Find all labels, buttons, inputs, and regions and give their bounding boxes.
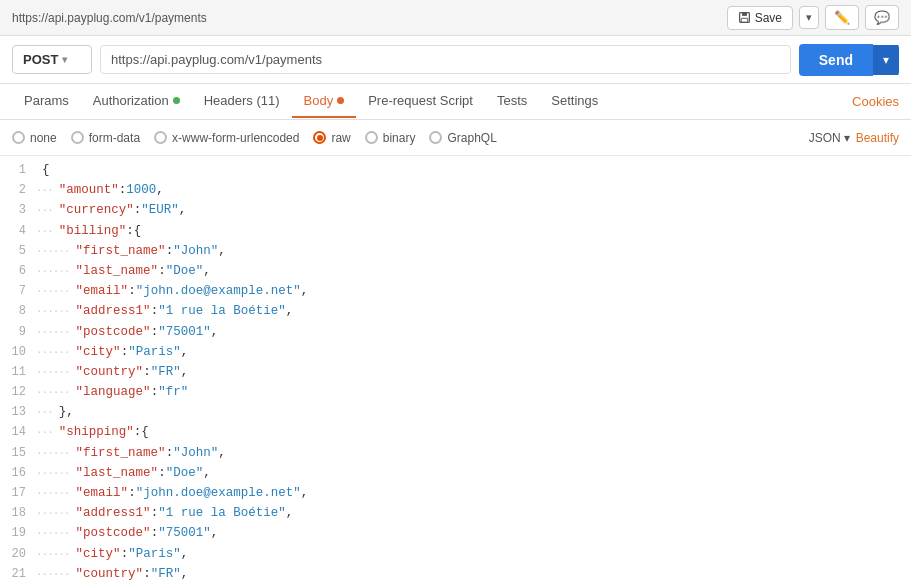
line-indent: ··· — [36, 402, 59, 422]
url-input[interactable] — [100, 45, 791, 74]
json-arrow-icon: ▾ — [844, 131, 850, 145]
line-text: "last_name":"Doe", — [76, 261, 911, 281]
line-indent: ······ — [36, 564, 76, 581]
line-text: "billing":{ — [59, 221, 911, 241]
line-number: 1 — [0, 160, 36, 180]
radio-form-data — [71, 131, 84, 144]
line-number: 5 — [0, 241, 36, 261]
code-line: 20······"city":"Paris", — [0, 544, 911, 564]
send-dropdown-button[interactable]: ▾ — [873, 45, 899, 75]
code-line: 8······"address1":"1 rue la Boétie", — [0, 301, 911, 321]
line-number: 8 — [0, 301, 36, 321]
send-button[interactable]: Send — [799, 44, 873, 76]
line-indent: ······ — [36, 342, 76, 362]
tab-settings[interactable]: Settings — [539, 85, 610, 118]
code-line: 3···"currency":"EUR", — [0, 200, 911, 220]
code-line: 14···"shipping":{ — [0, 422, 911, 442]
tab-authorization[interactable]: Authorization — [81, 85, 192, 118]
line-indent: ······ — [36, 301, 76, 321]
code-line: 19······"postcode":"75001", — [0, 523, 911, 543]
line-text: "last_name":"Doe", — [76, 463, 911, 483]
line-indent: ······ — [36, 503, 76, 523]
line-number: 4 — [0, 221, 36, 241]
line-indent: ··· — [36, 180, 59, 200]
code-editor[interactable]: 1{2···"amount":1000,3···"currency":"EUR"… — [0, 156, 911, 581]
radio-urlencoded — [154, 131, 167, 144]
line-number: 9 — [0, 322, 36, 342]
code-line: 21······"country":"FR", — [0, 564, 911, 581]
format-options: none form-data x-www-form-urlencoded raw… — [12, 131, 497, 145]
method-label: POST — [23, 52, 58, 67]
line-number: 3 — [0, 200, 36, 220]
format-raw[interactable]: raw — [313, 131, 350, 145]
title-bar-url: https://api.payplug.com/v1/payments — [12, 11, 207, 25]
line-indent: ······ — [36, 544, 76, 564]
line-indent: ······ — [36, 483, 76, 503]
save-icon — [738, 11, 751, 24]
code-line: 4···"billing":{ — [0, 221, 911, 241]
line-number: 7 — [0, 281, 36, 301]
line-text: "email":"john.doe@example.net", — [76, 281, 911, 301]
line-indent: ······ — [36, 443, 76, 463]
code-line: 6······"last_name":"Doe", — [0, 261, 911, 281]
line-number: 6 — [0, 261, 36, 281]
beautify-button[interactable]: Beautify — [856, 131, 899, 145]
code-line: 15······"first_name":"John", — [0, 443, 911, 463]
line-text: "amount":1000, — [59, 180, 911, 200]
tab-tests[interactable]: Tests — [485, 85, 539, 118]
tabs-left: Params Authorization Headers (11) Body P… — [12, 85, 610, 118]
line-indent: ······ — [36, 261, 76, 281]
radio-binary — [365, 131, 378, 144]
title-bar-actions: Save ▾ ✏️ 💬 — [727, 5, 899, 30]
line-text: "city":"Paris", — [76, 342, 911, 362]
comment-button[interactable]: 💬 — [865, 5, 899, 30]
code-line: 5······"first_name":"John", — [0, 241, 911, 261]
format-form-data[interactable]: form-data — [71, 131, 140, 145]
line-indent: ··· — [36, 221, 59, 241]
line-number: 20 — [0, 544, 36, 564]
line-text: "address1":"1 rue la Boétie", — [76, 503, 911, 523]
line-text: "city":"Paris", — [76, 544, 911, 564]
line-text: "postcode":"75001", — [76, 322, 911, 342]
line-text: "first_name":"John", — [76, 443, 911, 463]
tab-pre-request[interactable]: Pre-request Script — [356, 85, 485, 118]
method-select[interactable]: POST ▾ — [12, 45, 92, 74]
line-number: 21 — [0, 564, 36, 581]
line-indent: ······ — [36, 281, 76, 301]
line-text: "currency":"EUR", — [59, 200, 911, 220]
radio-none — [12, 131, 25, 144]
code-line: 18······"address1":"1 rue la Boétie", — [0, 503, 911, 523]
save-button[interactable]: Save — [727, 6, 793, 30]
format-binary[interactable]: binary — [365, 131, 416, 145]
authorization-dot — [173, 97, 180, 104]
cookies-button[interactable]: Cookies — [852, 94, 899, 109]
line-text: "postcode":"75001", — [76, 523, 911, 543]
code-line: 1{ — [0, 160, 911, 180]
line-number: 13 — [0, 402, 36, 422]
line-number: 2 — [0, 180, 36, 200]
line-indent: ······ — [36, 463, 76, 483]
tab-params[interactable]: Params — [12, 85, 81, 118]
code-line: 7······"email":"john.doe@example.net", — [0, 281, 911, 301]
tab-headers[interactable]: Headers (11) — [192, 85, 292, 118]
line-text: "country":"FR", — [76, 362, 911, 382]
line-indent: ··· — [36, 200, 59, 220]
line-text: "language":"fr" — [76, 382, 911, 402]
tab-body[interactable]: Body — [292, 85, 357, 118]
url-bar: POST ▾ Send ▾ — [0, 36, 911, 84]
format-none[interactable]: none — [12, 131, 57, 145]
line-number: 16 — [0, 463, 36, 483]
edit-button[interactable]: ✏️ — [825, 5, 859, 30]
format-urlencoded[interactable]: x-www-form-urlencoded — [154, 131, 299, 145]
tabs-bar: Params Authorization Headers (11) Body P… — [0, 84, 911, 120]
format-graphql[interactable]: GraphQL — [429, 131, 496, 145]
save-dropdown-button[interactable]: ▾ — [799, 6, 819, 29]
line-text: "shipping":{ — [59, 422, 911, 442]
line-number: 15 — [0, 443, 36, 463]
json-format-select[interactable]: JSON ▾ — [809, 131, 850, 145]
line-indent: ······ — [36, 362, 76, 382]
line-number: 18 — [0, 503, 36, 523]
line-number: 11 — [0, 362, 36, 382]
line-number: 10 — [0, 342, 36, 362]
code-line: 16······"last_name":"Doe", — [0, 463, 911, 483]
